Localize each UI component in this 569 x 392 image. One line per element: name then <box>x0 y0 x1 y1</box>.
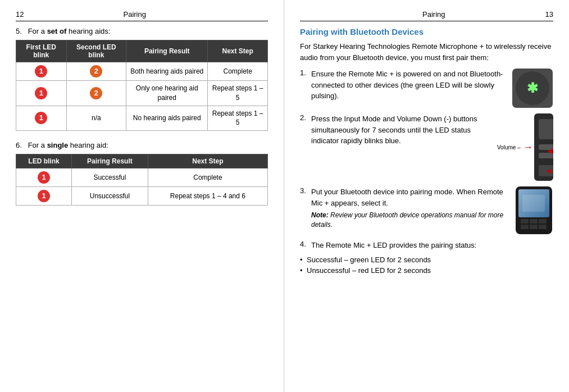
set-of-text: set of <box>47 27 67 35</box>
left-page-num: 12 <box>16 10 24 19</box>
steps-area: 1. Ensure the Remote Mic + is powered on… <box>300 69 553 276</box>
step-4: 4. The Remote Mic + LED provides the pai… <box>300 240 553 251</box>
cell-next-1: Complete <box>208 62 268 81</box>
step-2: 2. Press the Input Mode and Volume Down … <box>300 113 553 181</box>
cell-next-3: Repeat steps 1 – 5 <box>208 106 268 131</box>
table-row: 1 2 Only one hearing aid paired Repeat s… <box>16 81 268 106</box>
cell-result-1: Both hearing aids paired <box>126 62 208 81</box>
remote-mic-image-mid-container: Volume – → ◄ ◄ <box>497 113 553 181</box>
step2-label: 2. <box>300 113 311 122</box>
step1-label: 1. <box>300 69 311 77</box>
cell-successful: Successful <box>72 168 148 187</box>
left-page: 12 Pairing 5. For a set of hearing aids:… <box>0 0 284 392</box>
th-pairing-result: Pairing Result <box>126 40 208 62</box>
right-page-title: Pairing <box>422 10 445 19</box>
th-first-led: First LED blink <box>16 40 67 62</box>
table-row: 1 Successful Complete <box>16 168 268 187</box>
step4-label: 4. <box>300 240 311 248</box>
th-next-step2: Next Step <box>148 154 267 168</box>
step4-text: The Remote Mic + LED provides the pairin… <box>311 240 476 251</box>
step3-text: Put your Bluetooth device into pairing m… <box>311 188 503 207</box>
th-next-step: Next Step <box>208 40 268 62</box>
right-page: Pairing 13 Pairing with Bluetooth Device… <box>284 0 569 392</box>
volume-label: Volume – <box>497 144 521 151</box>
cell-unsuccessful: Unsuccessful <box>72 187 148 206</box>
right-header: Pairing 13 <box>300 10 553 21</box>
step1-text: Ensure the Remote Mic + is powered on an… <box>311 69 508 102</box>
cell-na: n/a <box>66 106 126 131</box>
remote-mic-image-top: ✱ <box>512 69 553 108</box>
status-bullets: Successful – green LED for 2 seconds Uns… <box>300 254 553 276</box>
cell-next-2: Repeat steps 1 – 5 <box>208 81 268 106</box>
th-led-blink: LED blink <box>16 154 72 168</box>
left-page-title: Pairing <box>124 10 146 19</box>
cell-complete: Complete <box>148 168 267 187</box>
remote-mic-image-mid: ◄ ◄ <box>534 113 553 181</box>
step2-text: Press the Input Mode and Volume Down (-)… <box>311 113 494 147</box>
single-text: single <box>47 141 69 149</box>
phone-image <box>516 186 552 234</box>
bullet-unsuccessful: Unsuccessful – red LED for 2 seconds <box>300 265 553 276</box>
step3-label: 3. <box>300 186 311 195</box>
step-1: 1. Ensure the Remote Mic + is powered on… <box>300 69 553 108</box>
table-single-hearing-aid: LED blink Pairing Result Next Step 1 Suc… <box>16 154 268 206</box>
table-set-hearing-aids: First LED blink Second LED blink Pairing… <box>16 40 268 131</box>
note-body: Review your Bluetooth device operations … <box>311 211 503 229</box>
step3-note: Note: Review your Bluetooth device opera… <box>311 211 511 230</box>
table-row: 1 2 Both hearing aids paired Complete <box>16 62 268 81</box>
table-row: 1 Unsuccessful Repeat steps 1 – 4 and 6 <box>16 187 268 206</box>
left-header: 12 Pairing <box>16 10 268 21</box>
th-pairing-result2: Pairing Result <box>72 154 148 168</box>
right-page-num: 13 <box>545 10 553 19</box>
cell-result-2: Only one hearing aid paired <box>126 81 208 106</box>
note-label: Note: <box>311 211 329 219</box>
table-row: 1 n/a No hearing aids paired Repeat step… <box>16 106 268 131</box>
phone-image-container <box>514 186 553 234</box>
section5-heading: 5. For a set of hearing aids: <box>16 27 268 35</box>
bullet-successful: Successful – green LED for 2 seconds <box>300 254 553 266</box>
step-3: 3. Put your Bluetooth device into pairin… <box>300 186 553 234</box>
intro-text: For Starkey Hearing Technologies Remote … <box>300 41 553 63</box>
cell-repeat: Repeat steps 1 – 4 and 6 <box>148 187 267 206</box>
cell-result-3: No hearing aids paired <box>126 106 208 131</box>
bluetooth-heading: Pairing with Bluetooth Devices <box>300 27 553 37</box>
section6-heading: 6. For a single hearing aid: <box>16 141 268 149</box>
arrow-icon: → <box>523 142 533 153</box>
th-second-led: Second LED blink <box>66 40 126 62</box>
